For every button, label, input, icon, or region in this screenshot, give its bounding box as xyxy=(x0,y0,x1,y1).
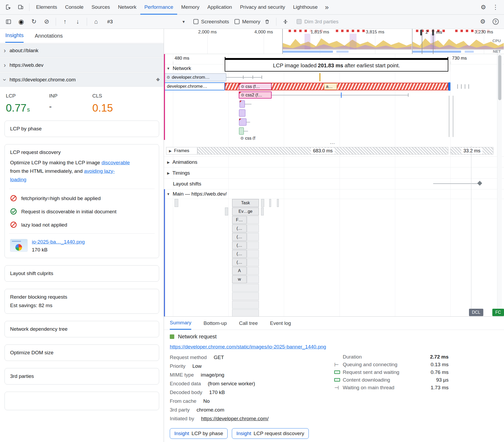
more-menu-icon[interactable]: ⋮ xyxy=(490,1,501,13)
dock-side-icon[interactable] xyxy=(3,16,14,28)
collapsed-triangle-icon[interactable]: ▶ xyxy=(167,171,170,175)
tab-memory[interactable]: Memory xyxy=(177,0,203,15)
insight-card-layout-shift-culprits[interactable]: Layout shift culprits xyxy=(5,265,159,282)
tab-sources[interactable]: Sources xyxy=(88,0,114,15)
lcp-image-file-link[interactable]: io-2025-ba…_1440.png xyxy=(32,239,85,245)
history-dropdown[interactable]: #3 ▼ xyxy=(105,19,188,25)
flame-frame[interactable]: (… xyxy=(232,241,247,249)
insight-card-network-dependency-tree[interactable]: Network dependency tree xyxy=(5,321,159,337)
flame-frame-small[interactable] xyxy=(225,207,228,215)
flame-frame[interactable]: w xyxy=(232,275,247,283)
record-icon[interactable]: ◉ xyxy=(15,16,27,28)
flame-frame-clipped[interactable] xyxy=(247,241,259,249)
lcp-image-thumbnail[interactable] xyxy=(10,239,28,252)
settings-gear-icon[interactable]: ⚙ xyxy=(477,1,489,13)
initiator-link[interactable]: https://developer.chrome.com/ xyxy=(201,416,269,422)
insight-card-partial[interactable] xyxy=(5,392,159,410)
insight-lcp-by-phase-button[interactable]: InsightLCP by phase xyxy=(170,428,228,439)
small-request-chip[interactable] xyxy=(239,109,245,117)
layout-shifts-track-header[interactable]: Layout shifts xyxy=(173,181,201,187)
field-data-target-icon[interactable]: ⌖ xyxy=(156,76,160,84)
discoverable-link[interactable]: discoverable xyxy=(102,160,130,165)
flame-frame[interactable]: (… xyxy=(232,224,247,232)
tab-event-log[interactable]: Event log xyxy=(270,317,291,330)
metric-cls[interactable]: CLS 0.15 xyxy=(92,93,136,113)
flame-frame-small[interactable] xyxy=(269,199,271,207)
tab-call-tree[interactable]: Call tree xyxy=(239,317,258,330)
flame-frame[interactable]: (… xyxy=(232,233,247,241)
flame-frame-clipped[interactable] xyxy=(247,233,259,241)
timeline-overview[interactable]: 2,000 ms 4,000 ms 1,815 ms 3,815 ms 3,23… xyxy=(164,29,504,54)
flame-frame-task[interactable]: Task xyxy=(232,199,259,207)
zoom-window-handle-left[interactable] xyxy=(420,30,422,36)
flame-frame-small[interactable] xyxy=(261,207,264,215)
flame-frame[interactable]: (… xyxy=(232,258,247,266)
fc-marker[interactable]: FC xyxy=(492,309,504,316)
network-request-bar[interactable]: ⚙ developer.chrom… xyxy=(164,73,226,81)
frames-track-header[interactable]: ▶ Frames xyxy=(166,147,197,154)
tab-lighthouse[interactable]: Lighthouse xyxy=(289,0,322,15)
flame-frame-clipped[interactable] xyxy=(247,250,259,258)
flame-frame-clipped[interactable] xyxy=(232,292,259,300)
tab-bottom-up[interactable]: Bottom-up xyxy=(203,317,227,330)
save-profile-icon[interactable]: ↓ xyxy=(72,16,84,28)
animations-track-header[interactable]: ▶ Animations xyxy=(167,159,197,165)
request-url-link[interactable]: https://developer.chrome.com/static/imag… xyxy=(170,344,326,350)
insight-card-3rd-parties[interactable]: 3rd parties xyxy=(5,368,159,384)
collect-garbage-icon[interactable] xyxy=(261,16,273,28)
flame-frame-small[interactable] xyxy=(277,199,279,207)
vertical-scrollbar[interactable] xyxy=(497,54,502,316)
load-profile-icon[interactable]: ↑ xyxy=(59,16,71,28)
flame-frame-clipped[interactable] xyxy=(232,284,259,292)
collapsed-triangle-icon[interactable]: ▶ xyxy=(169,149,172,153)
help-icon[interactable]: ? xyxy=(490,16,501,28)
timings-track-header[interactable]: ▶ Timings xyxy=(167,170,190,176)
clear-icon[interactable]: ⊘ xyxy=(41,16,53,28)
tab-performance[interactable]: Performance xyxy=(140,0,177,15)
flame-frame-clipped[interactable] xyxy=(247,267,259,275)
scrollbar-thumb[interactable] xyxy=(498,55,501,100)
tab-summary[interactable]: Summary xyxy=(170,317,191,330)
flame-frame-clipped[interactable] xyxy=(247,224,259,232)
css2-request-chip[interactable]: ⚙ css2 (f… xyxy=(239,91,272,99)
more-tabs-chevron-icon[interactable]: » xyxy=(325,3,329,11)
screenshots-checkbox[interactable]: Screenshots xyxy=(193,19,229,25)
tab-privacy-and-security[interactable]: Privacy and security xyxy=(236,0,289,15)
flame-frame-small[interactable] xyxy=(261,199,264,207)
flame-frame-small[interactable] xyxy=(175,199,178,207)
tab-network[interactable]: Network xyxy=(114,0,141,15)
collapse-tracks-icon[interactable] xyxy=(280,16,291,28)
expanded-triangle-icon[interactable]: ▼ xyxy=(167,192,170,196)
panel-settings-gear-icon[interactable]: ⚙ xyxy=(477,16,489,28)
insight-card-optimize-dom-size[interactable]: Optimize DOM size xyxy=(5,344,159,361)
metric-lcp[interactable]: LCP 0.77s xyxy=(6,93,49,113)
zoom-window-handle-right[interactable] xyxy=(432,30,434,36)
a-request-chip[interactable]: a… xyxy=(324,83,337,90)
flame-frame-clipped[interactable] xyxy=(247,258,259,266)
navigation-row-about-blank[interactable]: › about://blank xyxy=(0,43,164,58)
insight-card-render-blocking-requests[interactable]: Render blocking requests Est savings: 82… xyxy=(5,289,159,314)
device-toolbar-icon[interactable] xyxy=(15,1,27,13)
home-icon[interactable]: ⌂ xyxy=(90,16,102,28)
tab-annotations[interactable]: Annotations xyxy=(35,29,63,43)
flame-frame-clipped[interactable] xyxy=(247,275,259,283)
metric-inp[interactable]: INP - xyxy=(49,93,92,113)
flame-frame[interactable]: F… xyxy=(232,216,247,224)
insight-lcp-request-discovery-button[interactable]: InsightLCP request discovery xyxy=(232,428,309,439)
tab-elements[interactable]: Elements xyxy=(32,0,61,15)
network-request-bar-selected[interactable]: developer.chrome… xyxy=(164,82,225,90)
tab-insights[interactable]: Insights xyxy=(5,29,24,43)
navigation-row-developer-chrome[interactable]: › https://developer.chrome.com ⌖ xyxy=(0,73,164,87)
small-request-chip[interactable] xyxy=(240,100,245,108)
memory-checkbox[interactable]: Memory xyxy=(234,19,260,25)
dcl-marker[interactable]: DCL xyxy=(469,309,483,316)
track-resize-ellipsis[interactable]: … xyxy=(323,139,342,145)
navigation-row-web-dev[interactable]: › https://web.dev xyxy=(0,58,164,72)
frame-bar-long[interactable]: 683.0 ms xyxy=(197,147,448,154)
insight-card-lcp-by-phase[interactable]: LCP by phase xyxy=(5,121,159,137)
dim-3rd-parties-checkbox[interactable]: Dim 3rd parties xyxy=(297,19,338,25)
lcp-annotation-label[interactable]: LCP image loaded201.83 msafter earliest … xyxy=(225,59,448,72)
inspect-element-icon[interactable] xyxy=(3,1,14,13)
css-request-chip[interactable]: ⚙ css (f… xyxy=(239,83,272,90)
network-track-header[interactable]: ▼ Network xyxy=(167,65,191,71)
